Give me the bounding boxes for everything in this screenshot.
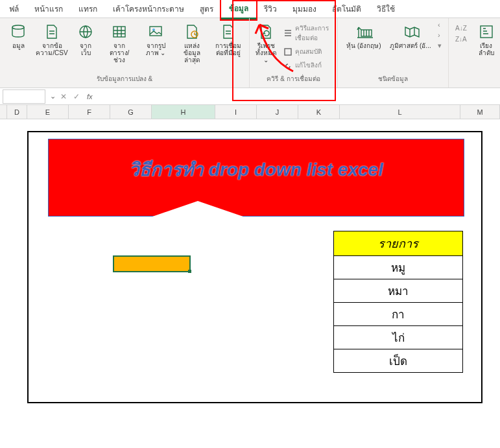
svg-rect-3 [150,27,161,36]
col-m[interactable]: M [460,105,500,119]
from-text-csv-button[interactable]: จากข้อความ/CSV [35,21,69,58]
name-box-dropdown[interactable]: ⌄ [48,92,57,100]
edit-links-button[interactable]: แก้ไขลิงก์ [281,59,333,71]
col-g[interactable]: G [110,105,152,119]
column-headers: D E F G H I J K L M [0,105,500,119]
accept-formula-button[interactable]: ✓ [70,92,83,101]
tab-review[interactable]: รีวิว [256,0,285,18]
col-h[interactable]: H [152,105,215,119]
link-icon [283,61,292,70]
tab-home[interactable]: หน้าแรก [27,0,71,18]
worksheet[interactable]: วิธีการทํา drop down list excel รายการ ห… [0,119,500,448]
map-icon [401,23,420,41]
stocks-icon [355,23,373,41]
group-queries: รีเฟรชทั้งหมด ⌄ ควิรีและการเชื่อมต่อ คุณ… [250,18,338,88]
chevron-right-icon[interactable]: › [438,31,442,39]
tab-view[interactable]: มุมมอง [285,0,324,18]
page-border: วิธีการทํา drop down list excel รายการ ห… [27,131,482,403]
ribbon: อมูล จากข้อความ/CSV จากเว็บ จากตาราง/ช่ว… [0,18,500,88]
svg-rect-6 [285,49,291,55]
sort-za-icon: Z↓A [455,36,467,43]
selected-cell[interactable] [113,255,191,272]
banner-text: วิธีการทํา drop down list excel [49,155,464,183]
formula-bar: ⌄ ✕ ✓ fx [0,88,500,105]
group-label-queries: ควิรี & การเชื่อมต่อ [267,73,320,85]
chevron-left-icon[interactable]: ‹ [438,21,442,29]
geography-button[interactable]: ภูมิศาสตร์ (อั... [388,21,433,51]
stocks-button[interactable]: หุ้น (อังกฤษ) [342,21,386,51]
table-row[interactable]: กา [334,303,463,326]
name-box[interactable] [3,89,45,104]
connection-icon [219,23,237,41]
col-d[interactable]: D [7,105,27,119]
col-partial[interactable] [0,105,7,119]
group-sort: A↓Z Z↓A เรียงลำดับ [449,18,500,88]
fx-icon[interactable]: fx [83,93,97,100]
properties-button[interactable]: คุณสมบัติ [281,45,333,58]
tab-file[interactable]: ฟล์ [1,0,27,18]
from-web-button[interactable]: จากเว็บ [71,21,100,58]
tab-data[interactable]: ข้อมูล [221,0,256,19]
queries-connections-button[interactable]: ควิรีและการเชื่อมต่อ [281,22,333,44]
table-header[interactable]: รายการ [334,231,463,256]
group-label-data-types: ชนิดข้อมูล [378,73,408,85]
list-icon [283,29,292,38]
ribbon-tabs: ฟล์ หน้าแรก แทรก เค้าโครงหน้ากระดาษ สูตร… [0,0,500,18]
tab-help[interactable]: วิธีใช้ [369,0,403,18]
more-icon[interactable]: ▾ [438,41,442,50]
sort-icon [477,23,495,41]
group-get-transform: อมูล จากข้อความ/CSV จากเว็บ จากตาราง/ช่ว… [0,18,250,88]
refresh-all-button[interactable]: รีเฟรชทั้งหมด ⌄ [254,21,278,65]
recent-sources-button[interactable]: แหล่งข้อมูลล่าสุด [175,21,209,65]
group-data-types: หุ้น (อังกฤษ) ภูมิศาสตร์ (อั... ‹ › ▾ ชน… [338,18,449,88]
get-data-button[interactable]: อมูล [4,21,32,51]
sort-za-button[interactable]: Z↓A [453,34,470,44]
col-j[interactable]: J [257,105,298,119]
group-label-get-transform: รับข้อมูลการแปลง & [97,73,152,85]
globe-icon [77,23,95,41]
col-f[interactable]: F [69,105,110,119]
table-icon [110,23,128,41]
file-text-icon [43,23,61,41]
sort-az-button[interactable]: A↓Z [453,23,470,33]
svg-rect-8 [481,26,492,38]
existing-connections-button[interactable]: การเชื่อมต่อที่มีอยู่ [211,21,245,58]
database-icon [9,23,27,41]
col-e[interactable]: E [27,105,69,119]
data-table: รายการ หมู หมา กา ไก่ เป็ด [333,231,463,373]
tab-automate[interactable]: อัตโนมัติ [324,0,369,18]
tab-layout[interactable]: เค้าโครงหน้ากระดาษ [105,0,192,18]
properties-icon [283,47,292,56]
table-row[interactable]: เป็ด [334,349,463,373]
tab-insert[interactable]: แทรก [71,0,105,18]
sort-button[interactable]: เรียงลำดับ [472,21,500,58]
col-i[interactable]: I [215,105,257,119]
from-picture-button[interactable]: จากรูปภาพ ⌄ [139,21,173,58]
formula-input[interactable] [97,89,500,104]
svg-rect-2 [113,27,125,37]
svg-point-0 [12,25,24,29]
sort-az-icon: A↓Z [455,25,467,32]
table-row[interactable]: หมา [334,279,463,303]
col-l[interactable]: L [340,105,460,119]
cancel-formula-button[interactable]: ✕ [57,92,70,101]
refresh-icon [257,23,275,41]
recent-icon [183,23,201,41]
image-icon [147,23,165,41]
table-row[interactable]: ไก่ [334,326,463,349]
tab-formulas[interactable]: สูตร [192,0,221,18]
title-banner: วิธีการทํา drop down list excel [48,139,464,217]
banner-notch [152,201,243,217]
from-table-button[interactable]: จากตาราง/ช่วง [102,21,136,65]
col-k[interactable]: K [298,105,340,119]
table-row[interactable]: หมู [334,256,463,279]
